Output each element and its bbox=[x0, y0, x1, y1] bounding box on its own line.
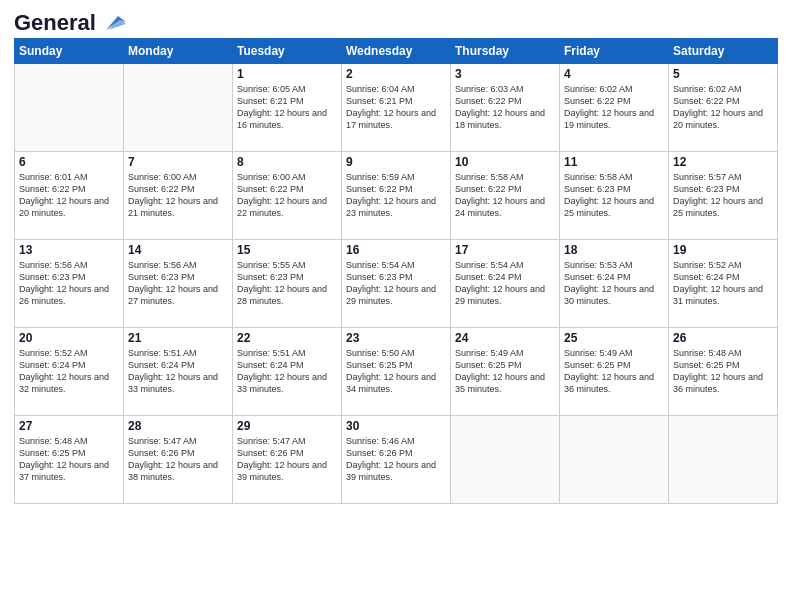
weekday-header-saturday: Saturday bbox=[669, 39, 778, 64]
week-row-5: 27Sunrise: 5:48 AM Sunset: 6:25 PM Dayli… bbox=[15, 416, 778, 504]
day-info: Sunrise: 5:48 AM Sunset: 6:25 PM Dayligh… bbox=[19, 435, 119, 484]
weekday-header-wednesday: Wednesday bbox=[342, 39, 451, 64]
day-number: 10 bbox=[455, 155, 555, 169]
day-info: Sunrise: 6:00 AM Sunset: 6:22 PM Dayligh… bbox=[237, 171, 337, 220]
day-number: 23 bbox=[346, 331, 446, 345]
day-cell bbox=[124, 64, 233, 152]
day-cell: 6Sunrise: 6:01 AM Sunset: 6:22 PM Daylig… bbox=[15, 152, 124, 240]
day-number: 25 bbox=[564, 331, 664, 345]
logo-bird-icon bbox=[98, 12, 128, 34]
day-info: Sunrise: 6:05 AM Sunset: 6:21 PM Dayligh… bbox=[237, 83, 337, 132]
day-number: 5 bbox=[673, 67, 773, 81]
day-cell: 8Sunrise: 6:00 AM Sunset: 6:22 PM Daylig… bbox=[233, 152, 342, 240]
day-cell: 20Sunrise: 5:52 AM Sunset: 6:24 PM Dayli… bbox=[15, 328, 124, 416]
day-number: 28 bbox=[128, 419, 228, 433]
day-cell: 14Sunrise: 5:56 AM Sunset: 6:23 PM Dayli… bbox=[124, 240, 233, 328]
logo: General bbox=[14, 10, 128, 32]
day-info: Sunrise: 5:53 AM Sunset: 6:24 PM Dayligh… bbox=[564, 259, 664, 308]
day-number: 20 bbox=[19, 331, 119, 345]
day-info: Sunrise: 6:00 AM Sunset: 6:22 PM Dayligh… bbox=[128, 171, 228, 220]
day-info: Sunrise: 5:56 AM Sunset: 6:23 PM Dayligh… bbox=[128, 259, 228, 308]
day-number: 11 bbox=[564, 155, 664, 169]
day-info: Sunrise: 5:52 AM Sunset: 6:24 PM Dayligh… bbox=[19, 347, 119, 396]
day-number: 24 bbox=[455, 331, 555, 345]
day-number: 8 bbox=[237, 155, 337, 169]
week-row-2: 6Sunrise: 6:01 AM Sunset: 6:22 PM Daylig… bbox=[15, 152, 778, 240]
weekday-header-row: SundayMondayTuesdayWednesdayThursdayFrid… bbox=[15, 39, 778, 64]
day-info: Sunrise: 6:03 AM Sunset: 6:22 PM Dayligh… bbox=[455, 83, 555, 132]
week-row-3: 13Sunrise: 5:56 AM Sunset: 6:23 PM Dayli… bbox=[15, 240, 778, 328]
day-cell: 2Sunrise: 6:04 AM Sunset: 6:21 PM Daylig… bbox=[342, 64, 451, 152]
day-info: Sunrise: 6:02 AM Sunset: 6:22 PM Dayligh… bbox=[564, 83, 664, 132]
day-cell: 21Sunrise: 5:51 AM Sunset: 6:24 PM Dayli… bbox=[124, 328, 233, 416]
day-info: Sunrise: 5:50 AM Sunset: 6:25 PM Dayligh… bbox=[346, 347, 446, 396]
day-number: 3 bbox=[455, 67, 555, 81]
day-number: 9 bbox=[346, 155, 446, 169]
day-number: 17 bbox=[455, 243, 555, 257]
day-number: 16 bbox=[346, 243, 446, 257]
day-number: 7 bbox=[128, 155, 228, 169]
weekday-header-monday: Monday bbox=[124, 39, 233, 64]
day-cell: 18Sunrise: 5:53 AM Sunset: 6:24 PM Dayli… bbox=[560, 240, 669, 328]
day-info: Sunrise: 5:51 AM Sunset: 6:24 PM Dayligh… bbox=[237, 347, 337, 396]
day-number: 2 bbox=[346, 67, 446, 81]
day-info: Sunrise: 5:54 AM Sunset: 6:23 PM Dayligh… bbox=[346, 259, 446, 308]
day-cell: 3Sunrise: 6:03 AM Sunset: 6:22 PM Daylig… bbox=[451, 64, 560, 152]
day-number: 15 bbox=[237, 243, 337, 257]
day-info: Sunrise: 5:52 AM Sunset: 6:24 PM Dayligh… bbox=[673, 259, 773, 308]
day-info: Sunrise: 5:58 AM Sunset: 6:22 PM Dayligh… bbox=[455, 171, 555, 220]
day-cell: 1Sunrise: 6:05 AM Sunset: 6:21 PM Daylig… bbox=[233, 64, 342, 152]
day-cell bbox=[560, 416, 669, 504]
day-cell: 17Sunrise: 5:54 AM Sunset: 6:24 PM Dayli… bbox=[451, 240, 560, 328]
day-number: 13 bbox=[19, 243, 119, 257]
day-cell: 24Sunrise: 5:49 AM Sunset: 6:25 PM Dayli… bbox=[451, 328, 560, 416]
day-number: 29 bbox=[237, 419, 337, 433]
day-cell: 29Sunrise: 5:47 AM Sunset: 6:26 PM Dayli… bbox=[233, 416, 342, 504]
weekday-header-friday: Friday bbox=[560, 39, 669, 64]
day-info: Sunrise: 5:48 AM Sunset: 6:25 PM Dayligh… bbox=[673, 347, 773, 396]
page: General SundayMondayTuesdayWednesdayThur… bbox=[0, 0, 792, 612]
day-info: Sunrise: 6:04 AM Sunset: 6:21 PM Dayligh… bbox=[346, 83, 446, 132]
day-info: Sunrise: 6:01 AM Sunset: 6:22 PM Dayligh… bbox=[19, 171, 119, 220]
day-info: Sunrise: 5:47 AM Sunset: 6:26 PM Dayligh… bbox=[237, 435, 337, 484]
weekday-header-thursday: Thursday bbox=[451, 39, 560, 64]
day-info: Sunrise: 5:46 AM Sunset: 6:26 PM Dayligh… bbox=[346, 435, 446, 484]
day-cell: 4Sunrise: 6:02 AM Sunset: 6:22 PM Daylig… bbox=[560, 64, 669, 152]
day-cell bbox=[669, 416, 778, 504]
day-cell: 27Sunrise: 5:48 AM Sunset: 6:25 PM Dayli… bbox=[15, 416, 124, 504]
day-cell: 26Sunrise: 5:48 AM Sunset: 6:25 PM Dayli… bbox=[669, 328, 778, 416]
day-number: 14 bbox=[128, 243, 228, 257]
day-cell: 22Sunrise: 5:51 AM Sunset: 6:24 PM Dayli… bbox=[233, 328, 342, 416]
day-info: Sunrise: 5:56 AM Sunset: 6:23 PM Dayligh… bbox=[19, 259, 119, 308]
day-info: Sunrise: 5:55 AM Sunset: 6:23 PM Dayligh… bbox=[237, 259, 337, 308]
day-cell bbox=[15, 64, 124, 152]
day-number: 12 bbox=[673, 155, 773, 169]
day-info: Sunrise: 5:58 AM Sunset: 6:23 PM Dayligh… bbox=[564, 171, 664, 220]
day-info: Sunrise: 5:57 AM Sunset: 6:23 PM Dayligh… bbox=[673, 171, 773, 220]
day-info: Sunrise: 5:54 AM Sunset: 6:24 PM Dayligh… bbox=[455, 259, 555, 308]
day-number: 22 bbox=[237, 331, 337, 345]
day-cell: 12Sunrise: 5:57 AM Sunset: 6:23 PM Dayli… bbox=[669, 152, 778, 240]
day-number: 30 bbox=[346, 419, 446, 433]
day-cell: 13Sunrise: 5:56 AM Sunset: 6:23 PM Dayli… bbox=[15, 240, 124, 328]
day-cell: 15Sunrise: 5:55 AM Sunset: 6:23 PM Dayli… bbox=[233, 240, 342, 328]
day-cell: 25Sunrise: 5:49 AM Sunset: 6:25 PM Dayli… bbox=[560, 328, 669, 416]
calendar-table: SundayMondayTuesdayWednesdayThursdayFrid… bbox=[14, 38, 778, 504]
day-cell: 16Sunrise: 5:54 AM Sunset: 6:23 PM Dayli… bbox=[342, 240, 451, 328]
day-number: 21 bbox=[128, 331, 228, 345]
day-cell: 11Sunrise: 5:58 AM Sunset: 6:23 PM Dayli… bbox=[560, 152, 669, 240]
day-cell bbox=[451, 416, 560, 504]
day-number: 26 bbox=[673, 331, 773, 345]
day-cell: 5Sunrise: 6:02 AM Sunset: 6:22 PM Daylig… bbox=[669, 64, 778, 152]
day-info: Sunrise: 5:47 AM Sunset: 6:26 PM Dayligh… bbox=[128, 435, 228, 484]
day-number: 6 bbox=[19, 155, 119, 169]
day-cell: 23Sunrise: 5:50 AM Sunset: 6:25 PM Dayli… bbox=[342, 328, 451, 416]
day-cell: 10Sunrise: 5:58 AM Sunset: 6:22 PM Dayli… bbox=[451, 152, 560, 240]
day-cell: 19Sunrise: 5:52 AM Sunset: 6:24 PM Dayli… bbox=[669, 240, 778, 328]
day-number: 18 bbox=[564, 243, 664, 257]
day-number: 4 bbox=[564, 67, 664, 81]
day-cell: 7Sunrise: 6:00 AM Sunset: 6:22 PM Daylig… bbox=[124, 152, 233, 240]
day-info: Sunrise: 5:49 AM Sunset: 6:25 PM Dayligh… bbox=[564, 347, 664, 396]
week-row-1: 1Sunrise: 6:05 AM Sunset: 6:21 PM Daylig… bbox=[15, 64, 778, 152]
day-number: 19 bbox=[673, 243, 773, 257]
